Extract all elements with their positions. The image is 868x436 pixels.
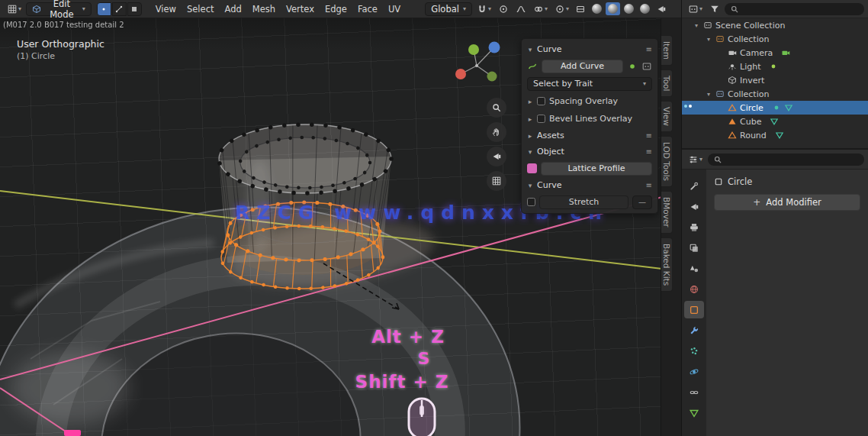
proportional-edit-button[interactable] — [496, 2, 511, 16]
shading-rendered-button[interactable] — [638, 2, 652, 15]
snap-magnet-button[interactable]: ▾ — [474, 2, 493, 16]
bevel-overlay-checkbox[interactable] — [537, 115, 545, 123]
overlays-dropdown-button[interactable]: ▾ — [552, 2, 571, 16]
gizmo-z-axis-ball[interactable] — [489, 42, 500, 53]
tab-lod-tools[interactable]: LOD Tools — [661, 136, 673, 187]
menu-uv[interactable]: UV — [383, 2, 406, 16]
menu-select[interactable]: Select — [182, 2, 219, 16]
tab-item[interactable]: Item — [661, 35, 673, 66]
panel-menu-icon[interactable]: ≡ — [646, 147, 652, 156]
transform-orientation-dropdown[interactable]: Global ▾ — [425, 2, 472, 16]
panel-menu-icon[interactable]: ≡ — [646, 181, 652, 189]
outliner-row-collection-2[interactable]: ▾ Collection — [682, 87, 868, 101]
tab-tool[interactable]: Tool — [661, 69, 673, 97]
constraint-properties-tab[interactable] — [684, 383, 704, 401]
outliner-search-input[interactable] — [742, 4, 859, 14]
lattice-profile-button[interactable]: Lattice Profile — [541, 162, 652, 176]
tool-properties-tab[interactable] — [684, 177, 704, 195]
curve-dot-icon[interactable] — [627, 61, 638, 72]
outliner-row-scene-collection[interactable]: ▾ Scene Collection — [682, 18, 868, 32]
view-layer-properties-tab[interactable] — [684, 239, 704, 257]
outliner-row-cube[interactable]: Cube — [682, 115, 868, 128]
outliner-row-light[interactable]: Light — [682, 60, 868, 73]
gizmo-neg-axis-ball[interactable] — [487, 72, 497, 82]
render-preview-button[interactable] — [654, 2, 669, 16]
object-section-header[interactable]: ▾ Object ≡ — [522, 144, 657, 160]
stretch-field[interactable]: Stretch — [539, 195, 628, 209]
outliner-filter-button[interactable] — [707, 2, 722, 16]
curve-section-header-2[interactable]: ▾ Curve ≡ — [522, 177, 657, 193]
panel-menu-icon[interactable]: ≡ — [646, 131, 652, 140]
world-properties-tab[interactable] — [684, 280, 704, 298]
shading-material-button[interactable] — [622, 2, 636, 15]
tab-baked-kits[interactable]: Baked Kits — [661, 237, 673, 292]
spacing-overlay-checkbox[interactable] — [537, 97, 545, 105]
disclosure-arrow-icon[interactable]: ▾ — [693, 22, 700, 29]
mesh-data-icon[interactable] — [775, 131, 784, 140]
xray-toggle-button[interactable] — [573, 2, 588, 16]
proportional-falloff-button[interactable] — [513, 2, 529, 16]
shading-wireframe-button[interactable] — [590, 2, 604, 15]
object-properties-tab[interactable] — [684, 301, 704, 318]
menu-add[interactable]: Add — [219, 2, 246, 16]
orthographic-toggle-button[interactable] — [487, 171, 506, 191]
light-data-icon[interactable] — [769, 62, 778, 71]
outliner-row-round[interactable]: Round — [682, 128, 868, 142]
select-by-trait-dropdown[interactable]: Select by Trait ▾ — [527, 77, 652, 91]
face-select-mode-button[interactable] — [127, 2, 142, 16]
mesh-data-icon[interactable] — [770, 117, 779, 126]
camera-view-button[interactable] — [487, 147, 506, 166]
collection-icon[interactable] — [641, 61, 652, 72]
outliner-row-camera[interactable]: Camera — [682, 46, 868, 60]
menu-view[interactable]: View — [150, 2, 182, 16]
outliner-display-mode-button[interactable]: ▾ — [686, 2, 705, 16]
outliner-search[interactable] — [725, 3, 864, 15]
grid-editor-icon — [7, 4, 18, 15]
camera-data-icon[interactable] — [781, 48, 790, 57]
output-properties-tab[interactable] — [684, 218, 704, 236]
outliner-row-circle[interactable]: Circle — [682, 101, 868, 115]
modifier-properties-tab[interactable] — [684, 321, 704, 339]
vertex-select-mode-button[interactable] — [97, 2, 111, 16]
panel-menu-icon[interactable]: ≡ — [646, 45, 652, 53]
stretch-checkbox[interactable] — [527, 198, 535, 206]
tab-bmover[interactable]: BMover — [661, 191, 673, 234]
outliner-row-invert[interactable]: Invert — [682, 73, 868, 87]
assets-section-header[interactable]: ▸ Assets ≡ — [522, 128, 657, 144]
scene-properties-tab[interactable] — [684, 260, 704, 277]
bevel-overlay-row[interactable]: ▸ Bevel Lines Overlay — [522, 110, 657, 128]
menu-mesh[interactable]: Mesh — [247, 2, 281, 16]
add-curve-button[interactable]: Add Curve — [542, 60, 623, 73]
properties-search-input[interactable] — [725, 154, 859, 164]
gizmo-x-axis-ball[interactable] — [455, 69, 466, 79]
mesh-data-icon[interactable] — [784, 103, 793, 112]
navigation-gizmo[interactable] — [448, 37, 505, 93]
curve-section-header[interactable]: ▾ Curve ≡ — [522, 41, 657, 57]
object-data-properties-tab[interactable] — [684, 404, 704, 421]
vertex-data-icon[interactable] — [772, 103, 781, 112]
tab-view[interactable]: View — [661, 101, 673, 132]
properties-editor-type-button[interactable]: ▾ — [686, 153, 705, 166]
spacing-overlay-row[interactable]: ▸ Spacing Overlay — [522, 92, 657, 110]
outliner-row-collection[interactable]: ▾ Collection — [682, 32, 868, 46]
mode-dropdown[interactable]: Edit Mode ▾ — [26, 2, 92, 16]
add-modifier-button[interactable]: + Add Modifier — [714, 194, 860, 211]
pan-hand-button[interactable] — [487, 122, 506, 142]
menu-vertex[interactable]: Vertex — [281, 2, 320, 16]
stretch-value-box[interactable]: — — [632, 195, 652, 209]
disclosure-arrow-icon[interactable]: ▾ — [705, 91, 712, 98]
editor-type-button[interactable]: ▾ — [5, 2, 24, 16]
particle-properties-tab[interactable] — [684, 342, 704, 360]
physics-properties-tab[interactable] — [684, 363, 704, 380]
menu-edge[interactable]: Edge — [320, 2, 352, 16]
edge-select-mode-button[interactable] — [112, 2, 127, 16]
properties-search[interactable] — [708, 153, 864, 166]
disclosure-arrow-icon[interactable]: ▾ — [705, 36, 712, 43]
gizmo-y-axis-ball[interactable] — [468, 44, 479, 55]
render-properties-tab[interactable] — [684, 198, 704, 215]
shading-solid-button[interactable] — [606, 2, 620, 15]
zoom-button[interactable] — [487, 98, 506, 118]
pivot-point-button[interactable]: ▾ — [531, 2, 550, 16]
menu-face[interactable]: Face — [352, 2, 383, 16]
shortcut-hint-alt-z: Alt + Z — [358, 327, 458, 347]
